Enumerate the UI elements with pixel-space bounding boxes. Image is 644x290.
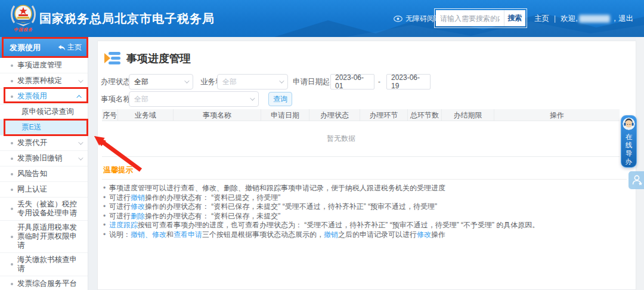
main-content-card: 事项进度管理 办理状态: 全部 业务域: 全部 申请日期起止: 2023-06-…	[97, 41, 636, 290]
guide-avatar	[623, 118, 635, 130]
domain-select[interactable]: 全部	[217, 74, 288, 90]
guide-label-char: 导	[626, 149, 633, 158]
chevron-down-icon	[78, 140, 83, 144]
tip-text: 按钮可查看事项办理的进度，也可查看办理状态为： “受理不通过，待补齐补正” “预…	[138, 221, 539, 229]
table-empty-state: 暂无数据	[102, 121, 620, 157]
header-search-box: 搜索	[436, 10, 525, 26]
sidebar-item[interactable]: 发票综合服务平台	[0, 276, 88, 290]
tip-highlight-link[interactable]: 修改	[417, 230, 431, 239]
tip-highlight-link[interactable]: 撤销	[131, 193, 145, 202]
logout-link[interactable]: 退出	[618, 14, 633, 24]
bullet-dot-icon	[11, 189, 13, 191]
bullet-dot-icon	[11, 80, 13, 82]
chevron-down-icon	[279, 78, 284, 83]
sidebar-item-label: 票E送	[21, 123, 82, 132]
tip-highlight-link[interactable]: 撤销	[324, 230, 338, 239]
tip-line: 可进行修改操作的办理状态有： “资料已保存，未提交” “受理不通过，待补齐补正”…	[102, 202, 627, 212]
bullet-dot-icon	[11, 208, 13, 210]
item-name-filter-label: 事项名称:	[101, 91, 132, 107]
chevron-down-icon	[78, 155, 83, 160]
status-select-value: 全部	[134, 77, 182, 87]
bullet-dot-icon	[11, 158, 13, 160]
tip-highlight-link[interactable]: 修改	[131, 202, 145, 211]
bullet-dot-icon	[11, 236, 13, 238]
tip-line: 可进行删除操作的办理状态有： “资料已保存，未提交”	[102, 212, 627, 221]
table-column-header: 业务域	[118, 109, 174, 121]
link-divider: |	[554, 14, 556, 23]
tip-text: 操作的办理状态有： “资料已提交，待受理”	[145, 193, 280, 202]
bullet-dot-icon	[11, 64, 13, 67]
date-from-input[interactable]: 2023-06-01	[330, 74, 374, 90]
sidebar-section-header: 发票使用 主页	[0, 37, 88, 58]
sidebar-item-label: 发票验旧缴销	[17, 154, 76, 163]
sidebar-item[interactable]: 开具原适用税率发票临时开票权限申请	[0, 221, 88, 253]
tax-bureau-emblem-logo	[10, 2, 37, 27]
sidebar-item-label: 发票综合服务平台	[17, 279, 82, 288]
sidebar-item[interactable]: 事项进度管理	[0, 58, 88, 73]
welcome-suffix: ，	[611, 14, 619, 24]
table-column-header: 申请日期	[261, 109, 309, 121]
sidebar-item[interactable]: 网上认证	[0, 182, 88, 198]
item-name-select[interactable]: 全部	[129, 91, 259, 107]
search-button[interactable]: 搜索	[504, 10, 525, 26]
bullet-dot-icon	[11, 173, 13, 175]
sidebar-item-list: 事项进度管理发票票种核定发票领用原申领记录查询票E送发票代开发票验旧缴销风险告知…	[0, 58, 88, 290]
status-select[interactable]: 全部	[129, 74, 193, 90]
tip-highlight-link[interactable]: 撤销、修改	[131, 230, 166, 239]
tips-section: 温馨提示 事项进度管理可以进行查看、修改、删除、撤销和跟踪事项申请记录，便于纳税…	[102, 164, 627, 240]
tip-text: 可进行	[109, 193, 131, 202]
tip-line: 进度跟踪按钮可查看事项办理的进度，也可查看办理状态为： “受理不通过，待补齐补正…	[102, 221, 627, 230]
table-column-header: 序号	[102, 109, 118, 121]
assist-person-icon[interactable]	[628, 171, 644, 189]
sidebar-item-label: 原申领记录查询	[21, 107, 82, 116]
person-star-icon	[631, 174, 643, 186]
sidebar-home-link[interactable]: 主页	[58, 42, 82, 53]
sidebar-item[interactable]: 发票验旧缴销	[0, 151, 88, 166]
sidebar-home-label: 主页	[67, 42, 82, 53]
tip-highlight-link[interactable]: 删除	[131, 212, 145, 220]
back-arrow-icon	[58, 45, 66, 51]
sidebar-item[interactable]: 海关缴款书核查申请	[0, 253, 88, 276]
tip-text: 和	[166, 230, 174, 239]
sidebar-item-label: 海关缴款书核查申请	[17, 255, 82, 273]
sidebar-item[interactable]: 原申领记录查询	[0, 104, 88, 120]
sidebar-item[interactable]: 发票领用	[0, 89, 88, 104]
accessibility-reading-link[interactable]: 无障碍阅读	[394, 0, 441, 37]
sidebar-item-label: 发票领用	[17, 92, 76, 101]
bullet-dot-icon	[11, 95, 13, 98]
logo-caption: 中国税务	[10, 27, 37, 33]
guide-label-char: 办	[626, 158, 633, 166]
eye-icon	[394, 16, 402, 22]
page-title-row: 事项进度管理	[104, 51, 191, 66]
online-guide-widget[interactable]: 在线导办	[621, 115, 637, 168]
date-to-input[interactable]: 2023-06-19	[386, 74, 431, 90]
sidebar-item-label: 事项进度管理	[17, 61, 82, 70]
search-input[interactable]	[436, 10, 504, 26]
top-header: 中国税务 国家税务总局北京市电子税务局 无障碍阅读 搜索 主页 | 欢迎, ， …	[0, 0, 644, 37]
item-name-select-value: 全部	[134, 94, 247, 104]
guide-label-char: 线	[626, 141, 633, 149]
site-title: 国家税务总局北京市电子税务局	[39, 0, 215, 37]
tip-text: 操作的办理状态有： “资料已保存，未提交” “受理不通过，待补齐补正” “预审不…	[145, 202, 437, 211]
welcome-label: 欢迎,	[561, 14, 577, 24]
query-button[interactable]: 查询	[268, 92, 292, 106]
header-user-links: 主页 | 欢迎, ， 退出	[534, 0, 633, 37]
sidebar-item[interactable]: 发票代开	[0, 135, 88, 151]
tip-text: 三个按钮是根据事项状态动态展示的，	[202, 230, 324, 239]
table-column-header: 总环节数	[408, 109, 442, 121]
home-link[interactable]: 主页	[534, 14, 549, 24]
tips-divider	[102, 179, 627, 180]
sidebar-item-label: 网上认证	[17, 185, 82, 194]
bullet-dot-icon	[11, 142, 13, 144]
tip-highlight-link[interactable]: 查看申请	[174, 230, 202, 239]
bullet-dot-icon	[11, 283, 13, 285]
sidebar-item[interactable]: 丢失（被盗）税控专用设备处理申请	[0, 198, 88, 221]
chevron-down-icon	[250, 95, 255, 100]
sidebar-item-label: 风险告知	[17, 169, 82, 178]
sidebar-item[interactable]: 发票票种核定	[0, 73, 88, 89]
tip-text: 事项进度管理可以进行查看、修改、删除、撤销和跟踪事项申请记录，便于纳税人跟进税务…	[109, 184, 445, 192]
sidebar-item[interactable]: 票E送	[0, 120, 88, 135]
sidebar-item[interactable]: 风险告知	[0, 166, 88, 182]
tip-highlight-link[interactable]: 进度跟踪	[109, 221, 138, 229]
guide-label-char: 在	[626, 132, 633, 141]
